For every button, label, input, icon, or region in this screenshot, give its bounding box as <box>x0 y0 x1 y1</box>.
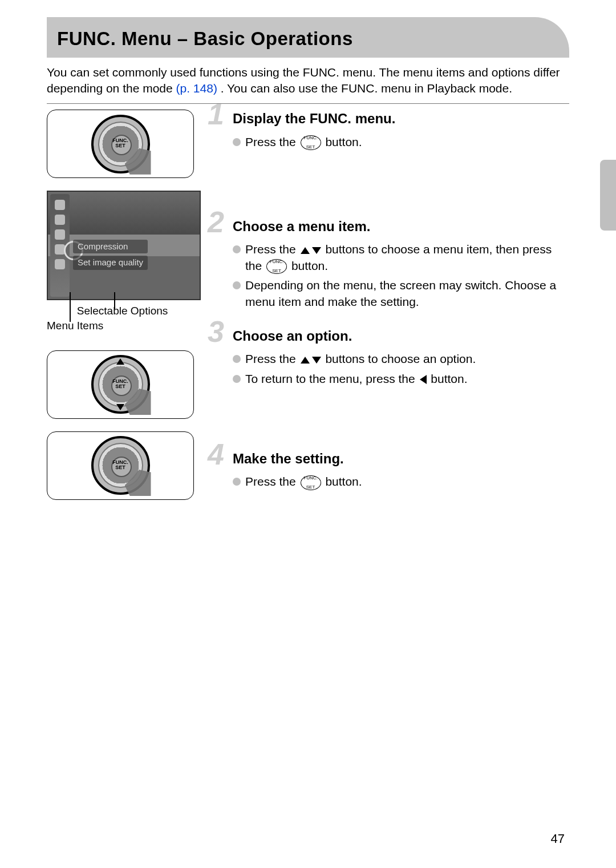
bullet-text: Press the <box>245 243 299 256</box>
divider <box>47 103 569 104</box>
step-bullet: Press the buttons to choose an option. <box>233 351 569 367</box>
bullet-icon <box>233 375 241 383</box>
step-4: 4 Make the setting. Press the FUNC.SET b… <box>211 450 569 490</box>
illus-step2-screenshot: Compression Set image quality <box>47 191 201 300</box>
step-1: 1 Display the FUNC. menu. Press the FUNC… <box>211 110 569 150</box>
bullet-icon <box>233 478 241 486</box>
pointer-hand-icon <box>125 148 151 175</box>
menu-item-icon <box>55 200 65 210</box>
down-arrow-icon <box>312 247 321 254</box>
step-2: 2 Choose a menu item. Press the buttons … <box>211 217 569 310</box>
leader-line-icon <box>114 292 115 309</box>
leader-line-icon <box>70 292 71 322</box>
func-set-button-icon: FUNC.SET <box>301 135 321 150</box>
func-set-button-icon: FUNC.SET <box>301 475 321 490</box>
section-title-bar: FUNC. Menu – Basic Operations <box>47 17 569 58</box>
screenshot-label-compression: Compression <box>73 240 148 253</box>
section-title: FUNC. Menu – Basic Operations <box>57 28 353 49</box>
section-tab-icon <box>600 160 616 231</box>
bullet-text: button. <box>325 475 362 488</box>
control-dial-icon: FUNC.SET <box>91 115 150 173</box>
bullet-text: buttons to choose an option. <box>325 352 476 365</box>
bullet-text: button. <box>325 135 362 148</box>
bullet-icon <box>233 245 241 253</box>
pointer-hand-icon <box>125 470 151 496</box>
menu-item-icon <box>55 215 65 225</box>
bullet-text: Depending on the menu, the screen may sw… <box>245 277 569 310</box>
step-bullet: Press the FUNC.SET button. <box>233 134 569 150</box>
control-dial-icon: FUNC.SET <box>91 355 150 414</box>
step-bullet: Press the FUNC.SET button. <box>233 474 569 490</box>
intro-text-post: . You can also use the FUNC. menu in Pla… <box>221 82 512 95</box>
step-number: 2 <box>208 207 224 237</box>
down-arrow-icon <box>116 404 124 410</box>
step-bullet: Press the buttons to choose a menu item,… <box>233 241 569 274</box>
step-number: 4 <box>208 439 224 469</box>
step-3: 3 Choose an option. Press the buttons to… <box>211 327 569 387</box>
steps-column: 1 Display the FUNC. menu. Press the FUNC… <box>211 110 569 512</box>
step-title: Choose a menu item. <box>233 217 569 236</box>
bullet-icon <box>233 138 241 146</box>
bullet-text: Press the <box>245 475 299 488</box>
step-title: Choose an option. <box>233 327 569 345</box>
step-bullet: To return to the menu, press the button. <box>233 371 569 387</box>
page-reference-link[interactable]: (p. 148) <box>176 82 217 95</box>
left-arrow-icon <box>420 375 427 384</box>
illustration-column: FUNC.SET Compress <box>47 110 201 512</box>
screenshot-label-set-quality: Set image quality <box>73 256 148 269</box>
down-arrow-icon <box>312 357 321 364</box>
step-bullet: Depending on the menu, the screen may sw… <box>233 277 569 310</box>
bullet-icon <box>233 281 241 289</box>
up-arrow-icon <box>301 357 310 364</box>
intro-paragraph: You can set commonly used functions usin… <box>47 64 569 97</box>
bullet-icon <box>233 355 241 363</box>
control-dial-icon: FUNC.SET <box>91 436 150 495</box>
step-title: Make the setting. <box>233 450 569 468</box>
step-number: 1 <box>208 99 224 129</box>
page-number: 47 <box>551 830 565 847</box>
func-set-button-icon: FUNC.SET <box>266 259 287 274</box>
illus-step3-updown: FUNC.SET <box>47 350 194 419</box>
bullet-text: To return to the menu, press the <box>245 372 419 385</box>
camera-screen-image: Compression Set image quality <box>47 191 201 300</box>
pointer-hand-icon <box>125 389 151 415</box>
menu-item-icon <box>55 259 65 269</box>
illus-step1-press-funcset: FUNC.SET <box>47 110 194 178</box>
up-arrow-icon <box>301 247 310 254</box>
callout-selectable-options: Selectable Options <box>77 305 168 317</box>
func-set-label: FUNC.SET <box>112 378 128 389</box>
func-set-label: FUNC.SET <box>112 138 128 148</box>
bullet-text: button. <box>291 259 328 272</box>
menu-item-icon <box>55 229 65 240</box>
bullet-text: button. <box>431 372 467 385</box>
illus-step4-press-funcset: FUNC.SET <box>47 431 194 500</box>
up-arrow-icon <box>116 358 124 365</box>
bullet-text: Press the <box>245 135 299 148</box>
func-set-label: FUNC.SET <box>112 459 128 470</box>
step-title: Display the FUNC. menu. <box>233 110 569 128</box>
callout-menu-items: Menu Items <box>47 320 103 332</box>
bullet-text: Press the <box>245 352 299 365</box>
step-number: 3 <box>208 317 224 346</box>
